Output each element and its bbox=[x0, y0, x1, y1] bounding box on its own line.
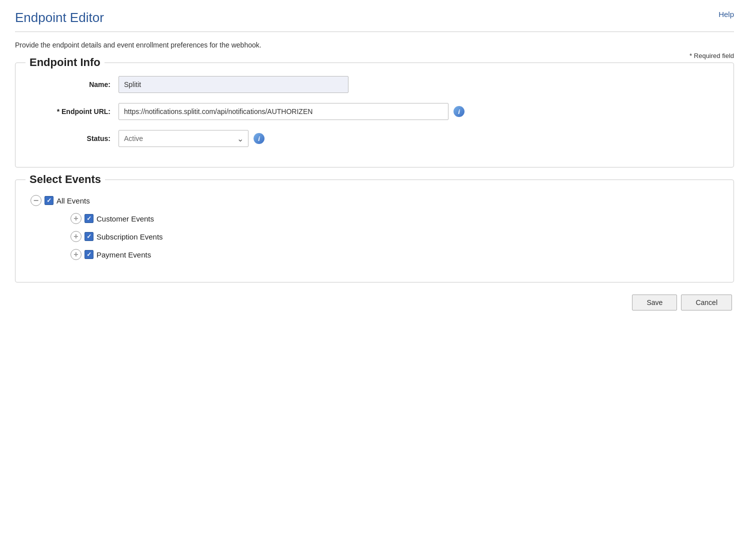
subscription-events-checkbox[interactable] bbox=[84, 232, 94, 241]
endpoint-url-label: * Endpoint URL: bbox=[36, 108, 110, 116]
endpoint-info-title: Endpoint Info bbox=[26, 56, 104, 69]
payment-events-label: Payment Events bbox=[96, 250, 151, 259]
status-info-icon[interactable]: i bbox=[254, 133, 264, 144]
subtitle: Provide the endpoint details and event e… bbox=[15, 41, 734, 49]
collapse-all-events-button[interactable]: − bbox=[30, 195, 42, 206]
all-events-checkbox[interactable] bbox=[44, 196, 54, 205]
customer-events-row: + Customer Events bbox=[70, 213, 718, 224]
endpoint-info-content: Name: * Endpoint URL: i Status: Active I… bbox=[16, 76, 734, 147]
customer-events-checkbox[interactable] bbox=[84, 214, 94, 223]
status-select[interactable]: Active Inactive bbox=[118, 130, 248, 147]
help-link[interactable]: Help bbox=[718, 10, 734, 18]
endpoint-url-info-icon[interactable]: i bbox=[454, 106, 464, 117]
payment-events-row: + Payment Events bbox=[70, 249, 718, 260]
page-header: Endpoint Editor Help bbox=[15, 10, 734, 32]
select-events-title: Select Events bbox=[26, 173, 105, 186]
all-events-row: − All Events bbox=[30, 195, 718, 206]
subscription-events-label: Subscription Events bbox=[96, 232, 163, 241]
endpoint-info-section: Endpoint Info Name: * Endpoint URL: i St… bbox=[15, 62, 734, 168]
name-label: Name: bbox=[36, 80, 110, 88]
expand-customer-events-button[interactable]: + bbox=[70, 213, 82, 224]
event-tree: − All Events + Customer Events + Subscri… bbox=[30, 195, 718, 260]
status-select-wrapper: Active Inactive bbox=[118, 130, 248, 147]
expand-subscription-events-button[interactable]: + bbox=[70, 231, 82, 242]
endpoint-url-input[interactable] bbox=[118, 103, 448, 120]
page-title: Endpoint Editor bbox=[15, 10, 104, 26]
cancel-button[interactable]: Cancel bbox=[681, 294, 732, 310]
expand-payment-events-button[interactable]: + bbox=[70, 249, 82, 260]
payment-events-checkbox[interactable] bbox=[84, 250, 94, 259]
customer-events-label: Customer Events bbox=[96, 214, 154, 223]
select-events-section: Select Events − All Events + Customer Ev… bbox=[15, 180, 734, 282]
all-events-label: All Events bbox=[56, 196, 90, 205]
status-label: Status: bbox=[36, 134, 110, 142]
status-row: Status: Active Inactive i bbox=[36, 130, 714, 147]
footer-buttons: Save Cancel bbox=[15, 294, 734, 310]
events-content: − All Events + Customer Events + Subscri… bbox=[16, 195, 734, 272]
required-note: * Required field bbox=[15, 52, 734, 60]
name-row: Name: bbox=[36, 76, 714, 93]
name-input[interactable] bbox=[118, 76, 348, 93]
endpoint-url-row: * Endpoint URL: i bbox=[36, 103, 714, 120]
subscription-events-row: + Subscription Events bbox=[70, 231, 718, 242]
save-button[interactable]: Save bbox=[632, 294, 677, 310]
